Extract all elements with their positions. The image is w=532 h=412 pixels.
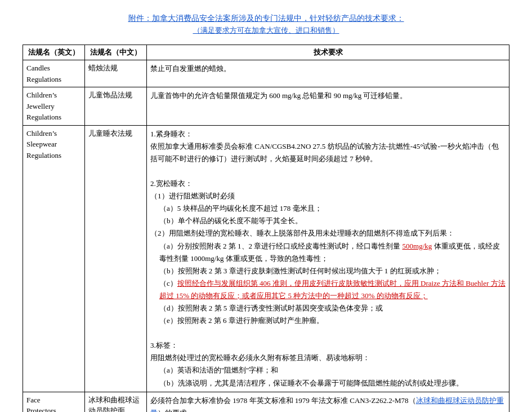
col-header-en: 法规名（英文） <box>23 45 85 60</box>
cell-req-sleepwear: 1.紧身睡衣： 依照加拿大通用标准委员会标准 CAN/CGSB4.2NO 27.… <box>147 125 509 392</box>
header-subtitle: （满足要求方可在加拿大宣传、进口和销售） <box>23 25 509 36</box>
header-section: 附件：加拿大消费品安全法案所涉及的专门法规中，针对轻纺产品的技术要求： （满足要… <box>23 11 509 36</box>
cell-zh-face: 冰球和曲棍球运动员防护面 <box>85 392 147 412</box>
table-header-row: 法规名（英文） 法规名（中文） 技术要求 <box>23 45 509 60</box>
cell-zh-candles: 蜡烛法规 <box>85 60 147 87</box>
cell-en-jewellery: Children’sJewelleryRegulations <box>23 87 85 126</box>
cell-req-face: 必须符合加拿大标准协会 1978 年英文标准和 1979 年法文标准 CAN3-… <box>147 392 509 412</box>
cell-zh-sleepwear: 儿童睡衣法规 <box>85 125 147 392</box>
header-title: 附件：加拿大消费品安全法案所涉及的专门法规中，针对轻纺产品的技术要求： <box>23 11 509 25</box>
cell-en-sleepwear: Children’sSleepwearRegulations <box>23 125 85 392</box>
table-row: CandlesRegulations 蜡烛法规 禁止可自发重燃的蜡烛。 <box>23 60 509 87</box>
cell-zh-jewellery: 儿童饰品法规 <box>85 87 147 126</box>
cell-req-candles: 禁止可自发重燃的蜡烛。 <box>147 60 509 87</box>
cell-en-candles: CandlesRegulations <box>23 60 85 87</box>
col-header-req: 技术要求 <box>147 45 509 60</box>
cell-req-jewellery: 儿童首饰中的允许含铅量限值规定为 600 mg/kg 总铅量和 90 mg/kg… <box>147 87 509 126</box>
table-row: Children’sSleepwearRegulations 儿童睡衣法规 1.… <box>23 125 509 392</box>
regulations-table: 法规名（英文） 法规名（中文） 技术要求 CandlesRegulations … <box>23 45 509 412</box>
cell-en-face: FaceProtectors <box>23 392 85 412</box>
table-row: FaceProtectors 冰球和曲棍球运动员防护面 必须符合加拿大标准协会 … <box>23 392 509 412</box>
col-header-zh: 法规名（中文） <box>85 45 147 60</box>
table-row: Children’sJewelleryRegulations 儿童饰品法规 儿童… <box>23 87 509 126</box>
